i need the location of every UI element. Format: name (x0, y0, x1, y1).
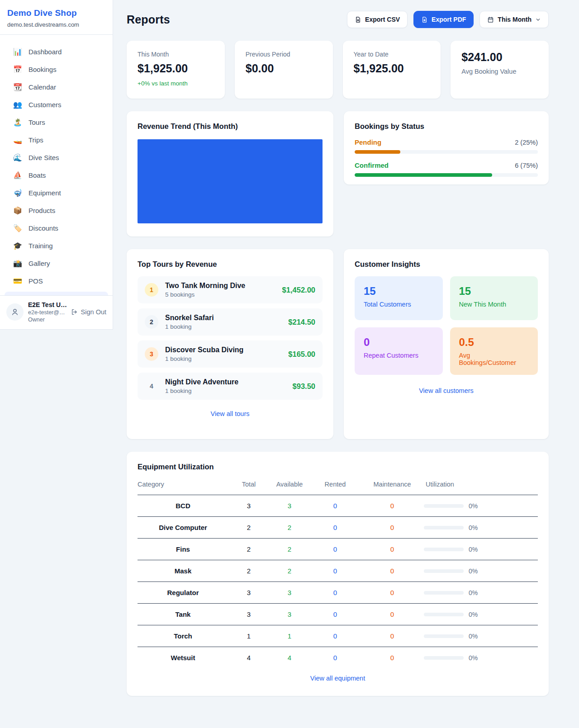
speedboat-icon: 🚤 (13, 137, 22, 144)
sign-out-button[interactable]: Sign Out (71, 308, 106, 316)
calendar-date-icon: 📅 (13, 66, 22, 73)
diving-mask-icon: 🤿 (13, 189, 22, 197)
cell-category: Tank (138, 604, 228, 625)
utilization-bar (424, 569, 464, 573)
sidebar-item-gallery[interactable]: 📸Gallery (0, 255, 113, 272)
avatar (6, 303, 24, 321)
stat-label: Year to Date (354, 51, 430, 58)
sidebar-item-trips[interactable]: 🚤Trips (0, 131, 113, 149)
sidebar-item-bookings[interactable]: 📅Bookings (0, 61, 113, 78)
insight-value: 0.5 (459, 336, 529, 349)
tour-list-item: 2 Snorkel Safari1 booking $214.50 (138, 308, 323, 336)
tour-bookings: 1 booking (165, 355, 243, 362)
people-icon: 👥 (13, 101, 22, 109)
export-pdf-button[interactable]: Export PDF (413, 11, 474, 28)
sidebar-item-label: Training (28, 242, 53, 250)
calendar-icon (487, 16, 494, 23)
export-pdf-label: Export PDF (432, 16, 466, 23)
progress-bar-fill (355, 150, 400, 154)
stats-row: This Month $1,925.00 +0% vs last month P… (127, 41, 549, 99)
equipment-table: Category Total Available Rented Maintena… (138, 481, 538, 664)
tour-bookings: 1 booking (165, 388, 238, 394)
sidebar-item-equipment[interactable]: 🤿Equipment (0, 184, 113, 202)
col-header-total: Total (228, 481, 269, 495)
table-row: Torch 1 1 0 0 0% (138, 625, 538, 647)
utilization-pct: 0% (469, 524, 478, 531)
stat-value: $1,925.00 (138, 62, 214, 75)
view-all-equipment-link[interactable]: View all equipment (310, 675, 365, 682)
equipment-utilization-card: Equipment Utilization Category Total Ava… (127, 452, 549, 696)
view-all-tours-link[interactable]: View all tours (211, 410, 250, 417)
user-info: E2E Test U… e2e-tester@… Owner (28, 301, 66, 323)
cell-total: 4 (228, 647, 269, 665)
view-all-equipment-wrap: View all equipment (138, 674, 538, 682)
table-row: Dive Computer 2 2 0 0 0% (138, 517, 538, 539)
utilization-bar (424, 504, 464, 508)
cell-available: 2 (269, 560, 310, 582)
sidebar-item-products[interactable]: 📦Products (0, 202, 113, 219)
stat-value: $1,925.00 (354, 62, 430, 75)
period-selector[interactable]: This Month (479, 11, 549, 28)
chevron-down-icon (535, 17, 541, 23)
tour-list: 1 Two Tank Morning Dive5 bookings $1,452… (138, 276, 323, 400)
cell-total: 1 (228, 625, 269, 647)
view-all-customers-link[interactable]: View all customers (419, 387, 474, 394)
bar-chart-icon: 📊 (13, 48, 22, 56)
insight-value: 0 (364, 336, 434, 349)
tag-icon: 🏷️ (13, 225, 22, 232)
cell-maintenance: 0 (361, 625, 424, 647)
table-header-row: Category Total Available Rented Maintena… (138, 481, 538, 495)
tour-name: Snorkel Safari (165, 314, 214, 322)
sidebar-item-discounts[interactable]: 🏷️Discounts (0, 219, 113, 237)
cell-total: 3 (228, 582, 269, 604)
revenue-trend-chart (138, 139, 323, 223)
sign-out-label: Sign Out (81, 308, 106, 316)
export-csv-button[interactable]: Export CSV (347, 11, 408, 28)
user-role: Owner (28, 317, 66, 323)
insights-row: Top Tours by Revenue 1 Two Tank Morning … (127, 249, 549, 439)
sidebar-item-calendar[interactable]: 📆Calendar (0, 78, 113, 96)
tour-amount: $165.00 (288, 350, 315, 359)
utilization-bar (424, 613, 464, 616)
sidebar-item-dive-sites[interactable]: 🌊Dive Sites (0, 149, 113, 166)
sidebar-item-dashboard[interactable]: 📊Dashboard (0, 43, 113, 61)
graduation-cap-icon: 🎓 (13, 242, 22, 250)
sidebar-item-label: Products (28, 207, 55, 214)
col-header-category: Category (138, 481, 228, 495)
utilization-pct: 0% (469, 567, 478, 575)
sidebar-item-tours[interactable]: 🏝️Tours (0, 113, 113, 131)
insight-new-this-month: 15 New This Month (450, 276, 538, 320)
sidebar-item-reports-partial[interactable] (5, 292, 108, 295)
sidebar-item-label: Dive Sites (28, 154, 59, 161)
utilization-bar (424, 634, 464, 638)
insight-label: Repeat Customers (364, 352, 434, 359)
cell-category: Torch (138, 625, 228, 647)
top-tours-title: Top Tours by Revenue (138, 260, 323, 269)
tour-name: Discover Scuba Diving (165, 346, 243, 354)
rank-badge: 1 (145, 283, 158, 297)
stat-delta: +0% vs last month (138, 80, 214, 87)
progress-bar (355, 150, 538, 154)
tour-amount: $1,452.00 (282, 286, 315, 294)
bookings-by-status-card: Bookings by Status Pending 2 (25%) Confi… (344, 111, 549, 184)
island-icon: 🏝️ (13, 119, 22, 126)
utilization-bar (424, 548, 464, 551)
sidebar-item-customers[interactable]: 👥Customers (0, 96, 113, 113)
sidebar-item-label: Dashboard (28, 48, 62, 56)
progress-bar (355, 173, 538, 177)
stat-card-avg-booking-value: $241.00 Avg Booking Value (451, 41, 549, 99)
cell-available: 3 (269, 495, 310, 517)
tour-bookings: 5 bookings (165, 291, 245, 298)
utilization-pct: 0% (469, 589, 478, 596)
tour-list-item: 1 Two Tank Morning Dive5 bookings $1,452… (138, 276, 323, 303)
export-csv-label: Export CSV (365, 16, 400, 23)
sidebar-item-training[interactable]: 🎓Training (0, 237, 113, 255)
insight-avg-bookings: 0.5 Avg Bookings/Customer (450, 327, 538, 375)
sidebar-item-boats[interactable]: ⛵Boats (0, 166, 113, 184)
sidebar-item-pos[interactable]: 💳POS (0, 272, 113, 290)
calendar-pad-icon: 📆 (13, 84, 22, 91)
col-header-available: Available (269, 481, 310, 495)
table-row: Regulator 3 3 0 0 0% (138, 582, 538, 604)
tour-amount: $214.50 (288, 318, 315, 326)
cell-maintenance: 0 (361, 539, 424, 560)
